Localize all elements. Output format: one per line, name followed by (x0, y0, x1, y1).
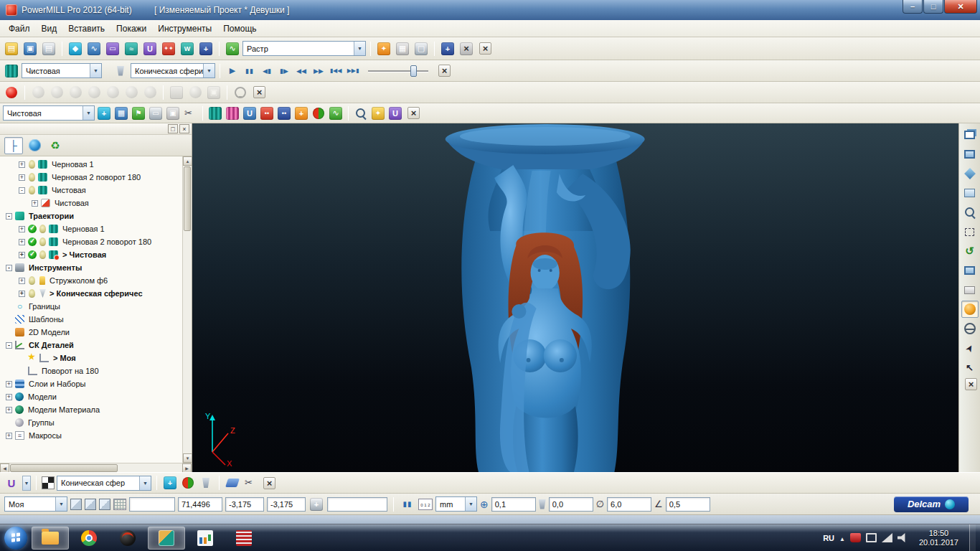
simulation-tool-icon[interactable] (112, 62, 129, 80)
print-view-icon[interactable] (961, 281, 979, 298)
tool-gouge-icon[interactable] (180, 475, 196, 491)
tree-item[interactable]: +Черновая 1 (0, 222, 182, 235)
tree-expander-icon[interactable]: + (6, 394, 12, 400)
snap-field[interactable] (129, 497, 175, 512)
tree-item-label[interactable]: > Чистовая (60, 250, 108, 259)
tree-item-label[interactable]: Макросы (27, 431, 64, 440)
tool-shaded-icon[interactable] (42, 476, 55, 489)
taskbar-app-chart[interactable] (187, 527, 224, 550)
scroll-up-icon[interactable]: ▲ (183, 156, 192, 166)
main-toolbar-close-icon[interactable] (479, 42, 491, 55)
coordinate-y-field[interactable]: -3,175 (225, 497, 264, 512)
tree-item[interactable]: Поворот на 180 (0, 364, 182, 377)
taskbar-clock[interactable]: 18:50 20.01.2017 (913, 529, 964, 547)
tree-item[interactable]: +> Чистовая (0, 248, 182, 261)
tree-item-label[interactable]: Черновая 1 (60, 225, 107, 233)
tree-item-label[interactable]: > Моя (51, 354, 78, 362)
chevron-down-icon[interactable] (55, 497, 67, 511)
tree-item[interactable]: +> Коническая сферичес (0, 287, 182, 300)
edit-toolpath-icon[interactable] (293, 105, 309, 121)
go-to-start-icon[interactable] (328, 63, 344, 79)
points-icon[interactable] (259, 105, 275, 121)
tree-item-label[interactable]: Инструменты (27, 263, 84, 272)
play-icon[interactable] (225, 63, 240, 79)
calculator-icon[interactable] (394, 40, 411, 57)
tab-web[interactable] (25, 137, 44, 154)
maximize-button[interactable]: □ (923, 0, 943, 14)
tree-item[interactable]: -Траектории (0, 209, 182, 222)
tree-item[interactable]: -Чистовая (0, 184, 182, 197)
tree-expander-icon[interactable]: + (19, 174, 25, 181)
chevron-down-icon[interactable] (354, 42, 365, 55)
viewport-icon[interactable] (961, 146, 979, 163)
simulation-toolbar-close-icon[interactable] (438, 65, 451, 77)
tree-item[interactable]: Границы (0, 300, 182, 313)
explorer-horizontal-scrollbar[interactable]: ◀ ▶ (0, 463, 192, 472)
tree-item-label[interactable]: Модели Материала (26, 405, 102, 414)
explorer-tree[interactable]: +Черновая 1+Черновая 2 поворот 180-Чисто… (0, 156, 182, 463)
clamp-icon[interactable] (439, 40, 456, 57)
tree-item[interactable]: Группы (0, 416, 182, 429)
pattern-strategy-icon[interactable] (225, 105, 240, 121)
tool-toolbar-close-icon[interactable] (263, 477, 275, 489)
tree-item-label[interactable]: Чистовая (50, 186, 88, 194)
diameter-field[interactable]: 6,0 (607, 497, 651, 512)
leads-icon[interactable] (276, 105, 292, 121)
taskbar-explorer[interactable] (32, 527, 69, 550)
simulate-strategy-icon[interactable] (328, 105, 344, 121)
minimize-button[interactable]: – (903, 0, 923, 14)
tree-item[interactable]: -СК Деталей (0, 339, 182, 352)
menu-view[interactable]: Вид (36, 22, 63, 36)
tree-item[interactable]: +Чистовая (0, 197, 182, 209)
tree-item[interactable]: +Черновая 2 поворот 180 (0, 171, 182, 184)
coordinate-x-field[interactable]: 71,4496 (178, 497, 222, 512)
taskbar-app-red[interactable] (225, 527, 263, 550)
slider-thumb[interactable] (410, 65, 417, 77)
relative-coord-field[interactable] (327, 497, 387, 512)
explorer-vertical-scrollbar[interactable]: ▲ ▼ (182, 156, 192, 463)
tree-item[interactable]: +Стружколом ф6 (0, 274, 182, 287)
chevron-down-icon[interactable] (139, 476, 151, 490)
tree-item-label[interactable]: 2D Модели (27, 328, 72, 336)
volume-tray-icon[interactable] (897, 533, 908, 542)
tree-expander-icon[interactable]: + (19, 291, 25, 297)
active-toolpath-combo[interactable]: Чистовая (3, 105, 95, 121)
collision-check-icon[interactable] (458, 40, 475, 57)
tree-expander-icon[interactable]: + (19, 278, 25, 284)
toolpath-verify-icon[interactable] (131, 105, 146, 121)
tree-item[interactable]: +Модели Материала (0, 403, 182, 416)
tree-item[interactable]: +Модели (0, 390, 182, 403)
toolpath-axes-icon[interactable] (96, 105, 112, 121)
scroll-thumb[interactable] (184, 166, 191, 231)
tree-item[interactable]: > Моя (0, 352, 182, 364)
tab-explorer-tree[interactable] (4, 137, 23, 154)
tree-item[interactable]: -Инструменты (0, 261, 182, 274)
tree-item-label[interactable]: Черновая 2 поворот 180 (60, 237, 154, 246)
tolerance-field[interactable]: 0,1 (491, 497, 536, 512)
tool-axes-icon[interactable] (162, 475, 178, 491)
erase-icon[interactable] (225, 475, 240, 491)
tree-item[interactable]: +Черновая 1 (0, 158, 182, 171)
display-tray-icon[interactable] (866, 533, 877, 542)
tree-expander-icon[interactable]: - (6, 342, 12, 349)
wireframe-view-icon[interactable] (961, 320, 979, 337)
tool-icon[interactable] (141, 40, 159, 57)
tree-expander-icon[interactable]: + (32, 200, 38, 207)
step-forward-icon[interactable] (276, 63, 292, 79)
cut-tool-icon[interactable] (242, 475, 258, 491)
viewmill-toolbar-close-icon[interactable] (253, 86, 265, 98)
tool-holder-icon[interactable] (198, 475, 214, 491)
print-icon[interactable] (40, 40, 57, 57)
viewport-3d[interactable]: Y Z X (192, 123, 958, 472)
tree-item-label[interactable]: Модели (26, 392, 59, 401)
viewmill-record-icon[interactable] (3, 84, 20, 101)
start-button[interactable] (4, 527, 27, 550)
toolpath-toolbar-close-icon[interactable] (407, 107, 420, 119)
tree-expander-icon[interactable]: + (6, 433, 12, 439)
refresh-view-icon[interactable] (961, 242, 979, 260)
tree-item-label[interactable]: Черновая 2 поворот 180 (50, 173, 143, 182)
iso-view-icon[interactable] (961, 165, 979, 182)
toolpaths-icon[interactable] (123, 40, 140, 57)
pattern-icon[interactable] (160, 40, 177, 57)
pause-queue-icon[interactable] (400, 496, 415, 512)
